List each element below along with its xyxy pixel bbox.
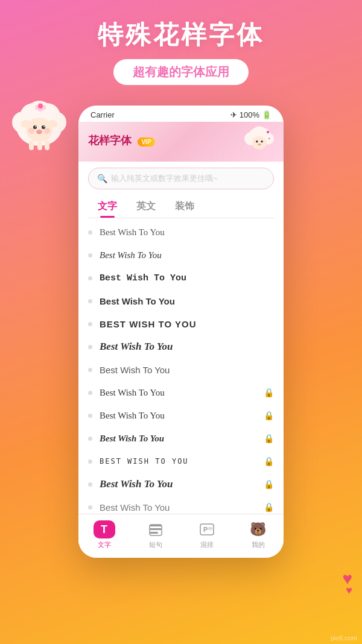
font-list-item[interactable]: Best Wish To You🔒 bbox=[78, 473, 284, 496]
nav-item-duanju[interactable]: 短句 bbox=[145, 520, 167, 549]
nav-duanju-icon bbox=[145, 520, 167, 538]
nav-item-wenzi[interactable]: T 文字 bbox=[94, 520, 115, 549]
nav-duanju-label: 短句 bbox=[149, 540, 162, 549]
tab-wenzi[interactable]: 文字 bbox=[88, 197, 127, 218]
font-list-item[interactable]: Best Wish To You bbox=[78, 289, 284, 312]
nav-item-hunpai[interactable]: P 混排 bbox=[196, 520, 218, 549]
svg-text:♥: ♥ bbox=[268, 136, 270, 140]
app-title: 花样字体 bbox=[88, 134, 132, 147]
svg-rect-21 bbox=[29, 140, 34, 150]
app-title-group: 花样字体 VIP bbox=[88, 133, 155, 148]
battery-level: 100% bbox=[240, 110, 259, 119]
svg-point-31 bbox=[261, 140, 262, 142]
nav-wode-label: 我的 bbox=[252, 540, 265, 549]
svg-point-32 bbox=[258, 144, 261, 145]
sheep-header-icon: ♥ ♥ bbox=[241, 125, 274, 156]
battery-icon: 🔋 bbox=[262, 110, 272, 119]
font-list-item[interactable]: Best Wish To You bbox=[78, 335, 284, 358]
font-preview-text: Best Wish To You bbox=[100, 388, 259, 398]
font-list-item[interactable]: BEST WISH TO YOU🔒 bbox=[78, 450, 284, 473]
font-list-item[interactable]: Best Wish To You bbox=[78, 221, 284, 244]
lock-icon: 🔒 bbox=[264, 388, 274, 397]
font-list-item[interactable]: Best Wish To You bbox=[78, 267, 284, 289]
font-preview-text: Best Wish To You bbox=[100, 434, 259, 444]
svg-point-18 bbox=[38, 104, 43, 109]
font-list-item[interactable]: Best Wish To You bbox=[78, 358, 284, 381]
phone-mockup: Carrier ✈ 100% 🔋 花样字体 VIP ♥ bbox=[78, 106, 284, 558]
font-preview-text: Best Wish To You bbox=[100, 227, 274, 238]
carrier-label: Carrier bbox=[91, 110, 115, 119]
font-dot bbox=[88, 230, 92, 235]
font-dot bbox=[88, 345, 92, 349]
font-list-item[interactable]: Best Wish To You🔒 bbox=[78, 404, 284, 427]
search-input-placeholder[interactable]: 输入纯英文或数字效果更佳哦~ bbox=[111, 173, 218, 184]
font-list-item[interactable]: Best Wish To You bbox=[78, 244, 284, 267]
promo-subtitle: 超有趣的字体应用 bbox=[133, 65, 229, 78]
search-area: 🔍 输入纯英文或数字效果更佳哦~ bbox=[78, 162, 284, 193]
font-preview-text: Best Wish To You bbox=[100, 478, 259, 490]
svg-text:♥: ♥ bbox=[267, 130, 270, 135]
font-preview-text: BEST WISH TO YOU bbox=[100, 457, 259, 466]
svg-rect-41 bbox=[208, 527, 212, 530]
svg-point-9 bbox=[35, 126, 36, 127]
font-preview-text: Best Wish To You bbox=[100, 411, 259, 421]
font-list-item[interactable]: BEST WISH TO YOU bbox=[78, 312, 284, 335]
font-dot bbox=[88, 322, 92, 326]
watermark: pic6.com bbox=[331, 634, 357, 642]
search-icon: 🔍 bbox=[97, 174, 107, 183]
search-bar[interactable]: 🔍 输入纯英文或数字效果更佳哦~ bbox=[88, 168, 274, 189]
tab-yingwen[interactable]: 英文 bbox=[127, 197, 165, 218]
status-right: ✈ 100% 🔋 bbox=[230, 110, 272, 119]
app-header: 花样字体 VIP ♥ ♥ bbox=[78, 122, 284, 162]
lock-icon: 🔒 bbox=[264, 456, 274, 466]
font-dot bbox=[88, 459, 92, 464]
font-preview-text: Best Wish To You bbox=[100, 502, 259, 513]
svg-point-8 bbox=[42, 125, 45, 129]
lock-icon: 🔒 bbox=[264, 502, 274, 512]
font-dot bbox=[88, 299, 92, 303]
font-dot bbox=[88, 391, 92, 395]
lock-icon: 🔒 bbox=[264, 434, 274, 443]
deco-hearts: ♥ ♥ bbox=[342, 570, 352, 596]
nav-item-wode[interactable]: 🐻 我的 bbox=[247, 520, 269, 549]
font-list-item[interactable]: Best Wish To You🔒 bbox=[78, 496, 284, 514]
font-list-item[interactable]: Best Wish To You🔒 bbox=[78, 381, 284, 404]
svg-rect-23 bbox=[45, 140, 49, 150]
promo-subtitle-wrap: 超有趣的字体应用 bbox=[113, 59, 249, 85]
svg-rect-22 bbox=[37, 142, 42, 150]
vip-badge: VIP bbox=[138, 137, 154, 147]
signal-icon: ✈ bbox=[230, 110, 237, 119]
svg-point-12 bbox=[28, 128, 34, 134]
font-dot bbox=[88, 437, 92, 441]
font-list-item[interactable]: Best Wish To You🔒 bbox=[78, 427, 284, 450]
nav-hunpai-label: 混排 bbox=[200, 540, 214, 549]
font-preview-text: BEST WISH TO YOU bbox=[100, 319, 274, 329]
svg-point-29 bbox=[252, 136, 267, 150]
promo-title: 特殊花样字体 bbox=[12, 18, 350, 52]
font-list: Best Wish To YouBest Wish To YouBest Wis… bbox=[78, 218, 284, 514]
font-preview-text: Best Wish To You bbox=[100, 273, 274, 283]
svg-text:P: P bbox=[203, 526, 208, 533]
font-dot bbox=[88, 414, 92, 418]
lock-icon: 🔒 bbox=[264, 479, 274, 489]
font-dot bbox=[88, 505, 92, 510]
font-dot bbox=[88, 276, 92, 280]
font-preview-text: Best Wish To You bbox=[100, 365, 274, 375]
font-dot bbox=[88, 482, 92, 487]
svg-point-13 bbox=[44, 128, 50, 134]
font-dot bbox=[88, 368, 92, 372]
font-preview-text: Best Wish To You bbox=[100, 296, 274, 306]
nav-wode-icon: 🐻 bbox=[247, 520, 269, 538]
font-dot bbox=[88, 253, 92, 257]
tab-zhuangshi[interactable]: 装饰 bbox=[165, 197, 204, 218]
svg-point-10 bbox=[43, 126, 45, 127]
tab-bar: 文字 英文 装饰 bbox=[78, 193, 284, 218]
nav-wenzi-label: 文字 bbox=[98, 540, 111, 549]
nav-hunpai-icon: P bbox=[196, 520, 218, 538]
nav-wenzi-icon: T bbox=[94, 520, 115, 538]
status-bar: Carrier ✈ 100% 🔋 bbox=[78, 106, 284, 122]
bottom-nav: T 文字 短句 P 混排 🐻 我的 bbox=[78, 514, 284, 558]
svg-rect-36 bbox=[150, 528, 162, 530]
svg-rect-37 bbox=[150, 532, 158, 534]
font-preview-text: Best Wish To You bbox=[100, 250, 274, 260]
